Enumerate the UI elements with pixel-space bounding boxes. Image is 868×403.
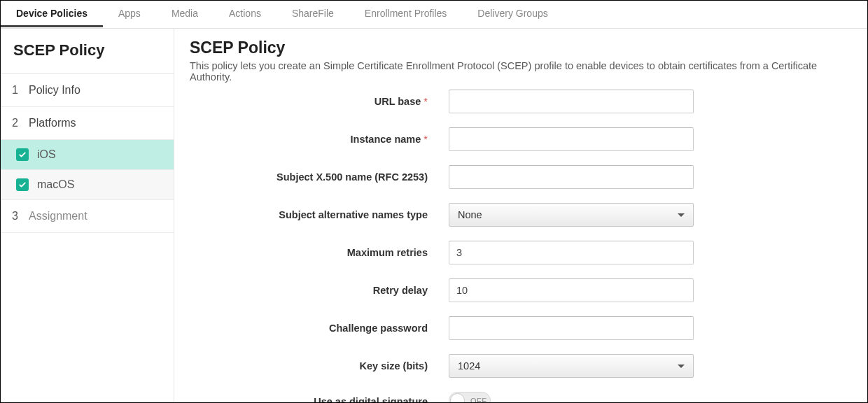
step-number: 3 [12,210,22,222]
app-frame: Device Policies Apps Media Actions Share… [0,0,868,403]
required-marker: * [424,134,428,145]
step-number: 1 [12,84,22,97]
label-max-retries: Maximum retries [190,247,449,258]
caret-down-icon [678,213,685,217]
sidebar-header: SCEP Policy [1,29,174,74]
step-number: 2 [12,117,22,129]
platform-item-ios[interactable]: iOS [1,140,174,170]
row-url-base: URL base * [190,90,852,113]
row-subject-x500: Subject X.500 name (RFC 2253) [190,165,852,189]
tab-apps[interactable]: Apps [103,1,156,25]
select-key-size[interactable]: 1024 [449,354,694,378]
checkbox-checked-icon[interactable] [16,148,29,161]
row-max-retries: Maximum retries [190,241,852,264]
label-subject-x500: Subject X.500 name (RFC 2253) [190,171,449,183]
label-challenge-password: Challenge password [190,323,449,334]
tab-device-policies[interactable]: Device Policies [1,1,103,27]
step-label: Platforms [29,117,76,129]
input-max-retries[interactable] [449,241,694,264]
input-instance-name[interactable] [449,127,694,151]
platform-label: iOS [37,148,56,161]
body: SCEP Policy 1 Policy Info 2 Platforms iO… [1,29,867,402]
input-url-base[interactable] [449,90,694,113]
toggle-knob [450,393,465,402]
input-retry-delay[interactable] [449,278,694,302]
row-key-size: Key size (bits) 1024 [190,354,852,378]
row-instance-name: Instance name * [190,127,852,151]
caret-down-icon [678,365,685,368]
sidebar-title: SCEP Policy [13,41,161,59]
row-retry-delay: Retry delay [190,278,852,302]
required-marker: * [424,96,428,107]
toggle-digital-signature[interactable]: OFF [449,392,491,402]
platform-label: macOS [37,178,74,191]
label-url-base: URL base * [190,96,449,107]
input-subject-x500[interactable] [449,165,694,189]
label-digital-signature: Use as digital signature [190,396,449,402]
toggle-state: OFF [470,397,487,403]
main-panel: SCEP Policy This policy lets you create … [174,29,867,402]
step-label: Policy Info [29,84,80,97]
top-tabs: Device Policies Apps Media Actions Share… [1,1,867,29]
step-assignment[interactable]: 3 Assignment [1,200,174,233]
tab-actions[interactable]: Actions [214,1,276,25]
select-value: 1024 [458,360,480,372]
tab-delivery-groups[interactable]: Delivery Groups [462,1,563,25]
platform-item-macos[interactable]: macOS [1,170,174,200]
label-san-type: Subject alternative names type [190,209,449,220]
step-platforms[interactable]: 2 Platforms [1,107,174,140]
tab-enrollment-profiles[interactable]: Enrollment Profiles [349,1,463,25]
tab-media[interactable]: Media [156,1,214,25]
row-digital-signature: Use as digital signature OFF [190,392,852,402]
step-policy-info[interactable]: 1 Policy Info [1,74,174,107]
label-key-size: Key size (bits) [190,360,449,372]
select-san-type[interactable]: None [449,203,694,227]
checkbox-checked-icon[interactable] [16,178,29,191]
tab-sharefile[interactable]: ShareFile [276,1,349,25]
input-challenge-password[interactable] [449,316,694,340]
row-san-type: Subject alternative names type None [190,203,852,227]
page-title: SCEP Policy [190,38,852,57]
page-description: This policy lets you create an Simple Ce… [190,60,852,83]
step-label: Assignment [29,210,88,222]
select-value: None [458,209,482,220]
label-retry-delay: Retry delay [190,285,449,296]
wizard-sidebar: SCEP Policy 1 Policy Info 2 Platforms iO… [1,29,174,402]
label-instance-name: Instance name * [190,134,449,145]
row-challenge-password: Challenge password [190,316,852,340]
